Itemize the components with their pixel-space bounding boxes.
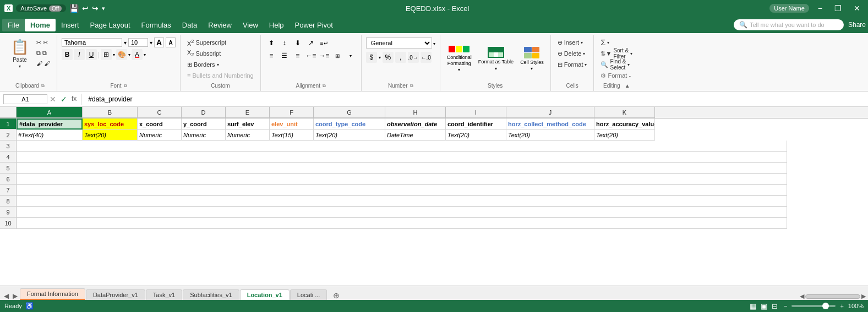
cell-e2[interactable]: Numeric xyxy=(226,130,270,141)
col-header-g[interactable]: G xyxy=(314,107,385,118)
format-as-table-button[interactable]: Format as Table ▾ xyxy=(476,42,516,76)
autosum-dropdown[interactable]: ▾ xyxy=(607,40,609,45)
align-right-button[interactable]: ≡ xyxy=(292,50,304,61)
col-header-d[interactable]: D xyxy=(182,107,226,118)
borders-custom-dropdown[interactable]: ▾ xyxy=(217,62,219,67)
font-size-input[interactable] xyxy=(128,38,148,47)
format-table-dropdown[interactable]: ▾ xyxy=(495,66,497,71)
cell-d1[interactable]: y_coord xyxy=(182,119,226,130)
cell-row5[interactable] xyxy=(17,163,787,174)
align-bottom-button[interactable]: ⬇ xyxy=(292,37,304,49)
menu-item-review[interactable]: Review xyxy=(203,19,237,31)
align-left-button[interactable]: ≡ xyxy=(265,50,277,61)
merge-center-button[interactable]: ⊞ xyxy=(331,50,343,61)
font-size-dropdown[interactable]: ▾ xyxy=(150,40,152,46)
cell-styles-button[interactable]: Cell Styles ▾ xyxy=(518,42,546,76)
insert-dropdown[interactable]: ▾ xyxy=(581,40,583,45)
sheet-tab-task[interactable]: Task_v1 xyxy=(146,289,182,300)
row-header-4[interactable]: 4 xyxy=(0,152,17,163)
cancel-formula-icon[interactable]: ✕ xyxy=(50,95,56,104)
close-button[interactable]: ✕ xyxy=(850,4,864,13)
cell-g2[interactable]: Text(20) xyxy=(314,130,385,141)
conditional-formatting-button[interactable]: ConditionalFormatting ▾ xyxy=(445,42,474,76)
font-grow-button[interactable]: A xyxy=(154,37,164,47)
redo-icon[interactable]: ↪ xyxy=(92,4,99,13)
cell-styles-dropdown[interactable]: ▾ xyxy=(531,66,533,71)
number-format-dropdown[interactable]: General Number Currency Percentage Date xyxy=(366,37,432,49)
align-center-button[interactable]: ☰ xyxy=(279,50,291,61)
sheet-tab-location-v1[interactable]: Location_v1 xyxy=(240,289,290,300)
accessibility-icon[interactable]: ♿ xyxy=(25,302,34,310)
cell-f1[interactable]: elev_unit xyxy=(270,119,314,130)
merge-dropdown[interactable]: ▾ xyxy=(345,50,357,61)
percent-button[interactable]: % xyxy=(383,52,394,63)
cell-c1[interactable]: x_coord xyxy=(138,119,182,130)
zoom-in-button[interactable]: + xyxy=(840,303,843,309)
zoom-thumb[interactable] xyxy=(822,303,829,309)
cell-b1[interactable]: sys_loc_code xyxy=(83,119,138,130)
font-color-button[interactable]: A xyxy=(132,49,143,60)
cell-h2[interactable]: DateTime xyxy=(385,130,446,141)
row-header-9[interactable]: 9 xyxy=(0,207,17,218)
menu-item-help[interactable]: Help xyxy=(264,19,290,31)
currency-button[interactable]: $ xyxy=(366,52,377,63)
cell-reference-box[interactable] xyxy=(3,94,47,104)
menu-item-view[interactable]: View xyxy=(237,19,264,31)
zoom-slider[interactable] xyxy=(791,305,836,307)
bold-button[interactable]: B xyxy=(62,49,73,60)
insert-button[interactable]: ⊕ Insert ▾ xyxy=(555,37,586,47)
col-header-j[interactable]: J xyxy=(506,107,594,118)
col-header-i[interactable]: I xyxy=(446,107,506,118)
zoom-out-button[interactable]: − xyxy=(784,303,787,309)
cell-h1[interactable]: observation_date xyxy=(385,119,446,130)
align-middle-button[interactable]: ↕ xyxy=(279,37,291,49)
cell-i1[interactable]: coord_identifier xyxy=(446,119,506,130)
sheet-tab-location-more[interactable]: Locati ... xyxy=(290,289,327,300)
sheet-tab-format-information[interactable]: Format Information xyxy=(20,288,85,300)
row-header-8[interactable]: 8 xyxy=(0,196,17,207)
cell-a2[interactable]: #Text(40) xyxy=(17,130,83,141)
col-header-e[interactable]: E xyxy=(226,107,270,118)
autosum-button[interactable]: Σ ▾ xyxy=(598,37,612,47)
format-button[interactable]: ⊟ Format ▾ xyxy=(555,60,589,69)
cell-row4[interactable] xyxy=(17,152,787,163)
row-header-3[interactable]: 3 xyxy=(0,141,17,152)
cell-g1[interactable]: coord_type_code xyxy=(314,119,385,130)
cell-c2[interactable]: Numeric xyxy=(138,130,182,141)
decrease-indent-button[interactable]: ←≡ xyxy=(305,50,317,61)
cell-d2[interactable]: Numeric xyxy=(182,130,226,141)
cell-k1[interactable]: horz_accuracy_value xyxy=(594,119,655,130)
cell-row9[interactable] xyxy=(17,207,787,218)
angle-text-button[interactable]: ↗ xyxy=(305,37,317,49)
menu-item-formulas[interactable]: Formulas xyxy=(136,19,177,31)
cell-row8[interactable] xyxy=(17,196,787,207)
delete-button[interactable]: ⊖ Delete ▾ xyxy=(555,49,588,58)
row-header-7[interactable]: 7 xyxy=(0,185,17,196)
col-header-h[interactable]: H xyxy=(385,107,446,118)
menu-item-data[interactable]: Data xyxy=(177,19,203,31)
copy-button[interactable]: ⧉ ⧉ xyxy=(34,48,52,58)
share-button[interactable]: Share xyxy=(848,21,866,29)
col-header-a[interactable]: A xyxy=(17,107,83,118)
superscript-button[interactable]: X2 Superscript xyxy=(185,37,228,47)
fill-dropdown[interactable]: ▾ xyxy=(128,52,130,57)
minimize-button[interactable]: − xyxy=(815,4,826,13)
conditional-formatting-dropdown[interactable]: ▾ xyxy=(458,67,460,72)
borders-dropdown[interactable]: ▾ xyxy=(113,52,115,57)
menu-item-home[interactable]: Home xyxy=(25,19,56,31)
quick-access-more[interactable]: ▾ xyxy=(102,5,105,12)
row-header-10[interactable]: 10 xyxy=(0,218,17,229)
increase-decimal-button[interactable]: .0→ xyxy=(408,52,419,63)
scroll-left-tab-icon[interactable]: ◀ xyxy=(2,292,10,300)
borders-button[interactable]: ⊞ xyxy=(101,49,112,60)
underline-button[interactable]: U xyxy=(86,49,97,60)
page-break-view-button[interactable]: ⊟ xyxy=(770,302,779,310)
delete-dropdown[interactable]: ▾ xyxy=(583,51,585,56)
cell-row10[interactable] xyxy=(17,218,787,229)
sort-dropdown[interactable]: ▾ xyxy=(630,51,632,56)
confirm-formula-icon[interactable]: ✓ xyxy=(61,95,67,104)
menu-item-page-layout[interactable]: Page Layout xyxy=(85,19,136,31)
col-header-c[interactable]: C xyxy=(138,107,182,118)
cell-j1[interactable]: horz_collect_method_code xyxy=(506,119,594,130)
row-header-1[interactable]: 1 xyxy=(0,119,17,130)
